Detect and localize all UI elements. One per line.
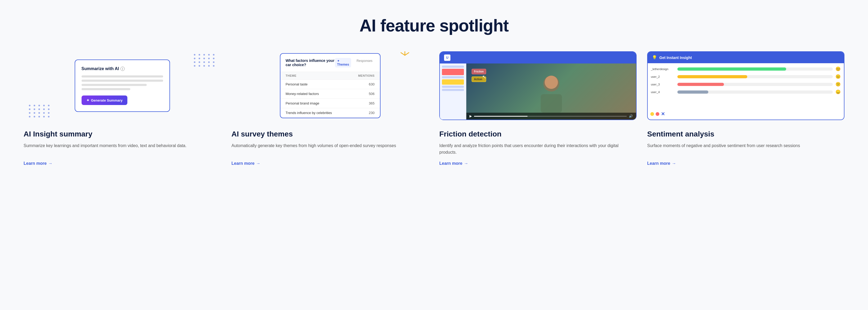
play-button[interactable]: ▶	[469, 114, 472, 118]
yellow-dot	[650, 112, 654, 116]
lightbulb-icon: 💡	[652, 55, 657, 60]
sentiment-user-2: user_2	[651, 75, 675, 78]
survey-themes-widget: What factors influence your car choice? …	[280, 53, 380, 118]
sentiment-header: 💡 Get Instant Insight	[648, 52, 844, 63]
x-decoration: ✕	[661, 111, 665, 117]
summary-lines	[82, 75, 163, 90]
sentiment-row-3: user_3 😕	[651, 82, 841, 87]
card-1-title: AI Insight summary	[24, 130, 221, 139]
arrow-icon: →	[48, 161, 53, 166]
themes-tab-icon: ✦	[337, 59, 339, 62]
sentiment-row-4: user_4 😞	[651, 90, 841, 95]
sentiment-emoji-2: 😐	[835, 74, 841, 79]
survey-data-table: Theme Mentions Personal taste 630 Money-…	[280, 72, 380, 118]
card-3-description: Identify and analyze friction points tha…	[439, 142, 637, 156]
sentiment-rows: _letherdesign 😊 user_2 😐	[648, 63, 844, 119]
tab-responses[interactable]: Responses	[354, 58, 374, 67]
card-4-learn-more[interactable]: Learn more →	[647, 161, 844, 166]
sentiment-bar-group-4	[677, 91, 833, 94]
progress-bar	[474, 116, 627, 117]
sentiment-bar-4	[677, 91, 708, 94]
card-1-description: Summarize key learnings and important mo…	[24, 142, 221, 156]
summarize-widget-title: Summarize with AI i	[82, 66, 163, 71]
survey-header: What factors influence your car choice? …	[280, 54, 380, 72]
sentiment-bar-group-2	[677, 75, 833, 78]
friction-header: U	[440, 52, 636, 64]
sidebar-item-3	[442, 86, 464, 88]
card-3-learn-more[interactable]: Learn more →	[439, 161, 637, 166]
card-1-learn-more[interactable]: Learn more →	[24, 161, 221, 166]
summarize-widget: Summarize with AI i ✦ Generate Summary	[75, 60, 170, 112]
video-controls[interactable]: ▶ 🔊	[466, 113, 636, 119]
card-1-illustration: Summarize with AI i ✦ Generate Summary	[24, 51, 221, 120]
svg-point-5	[545, 76, 558, 89]
dots-decoration-top	[194, 54, 216, 67]
page-title: AI feature spotlight	[359, 16, 508, 35]
survey-tabs[interactable]: ✦ Themes Responses	[335, 58, 374, 67]
sidebar-item-1	[442, 66, 464, 68]
friction-content: ↖ Friction Action ▶ 🔊	[440, 64, 636, 119]
svg-line-2	[405, 53, 409, 55]
sentiment-row-1: _letherdesign 😊	[651, 66, 841, 71]
card-2-learn-more[interactable]: Learn more →	[231, 161, 429, 166]
card-4-description: Surface moments of negative and positive…	[647, 142, 844, 156]
sentiment-widget: 💡 Get Instant Insight _letherdesign 😊 us…	[648, 52, 844, 119]
survey-row-4: Trends influence by celebrities 230	[280, 108, 380, 118]
volume-icon[interactable]: 🔊	[629, 114, 633, 118]
generate-summary-button[interactable]: ✦ Generate Summary	[82, 96, 127, 105]
summary-line-3	[82, 84, 147, 86]
sentiment-emoji-3: 😕	[835, 82, 841, 87]
card-4-title: Sentiment analysis	[647, 130, 844, 139]
sentiment-user-3: user_3	[651, 83, 675, 86]
dots-decoration-bottom	[29, 105, 51, 117]
sidebar-item-4	[442, 89, 464, 91]
friction-logo: U	[444, 55, 451, 61]
sparkle-icon: ✦	[86, 98, 90, 102]
red-dot	[656, 112, 659, 116]
survey-question: What factors influence your car choice?	[286, 59, 335, 67]
card-ai-survey-themes: What factors influence your car choice? …	[231, 51, 429, 166]
col-mentions: Mentions	[358, 74, 374, 77]
card-2-title: AI survey themes	[231, 130, 429, 139]
survey-row-3: Personal brand image 365	[280, 99, 380, 108]
friction-player-widget: U	[439, 51, 637, 120]
summary-line-4	[82, 88, 130, 90]
sentiment-bar-3	[677, 83, 724, 86]
sidebar-item-highlight2	[442, 79, 464, 84]
survey-table-header: Theme Mentions	[280, 72, 380, 80]
person-thumbnail	[466, 64, 636, 119]
card-2-illustration: What factors influence your car choice? …	[231, 51, 429, 120]
sentiment-bar-group-3	[677, 83, 833, 86]
spark-decoration	[397, 51, 413, 63]
sentiment-user-4: user_4	[651, 91, 675, 94]
sentiment-bar-group-1	[677, 67, 833, 71]
friction-sidebar	[440, 64, 466, 119]
sentiment-user-1: _letherdesign	[651, 67, 675, 71]
summary-line-2	[82, 80, 163, 82]
sentiment-emoji-1: 😊	[835, 66, 841, 71]
survey-row-1: Personal taste 630	[280, 80, 380, 89]
svg-rect-4	[541, 94, 562, 113]
card-2-description: Automatically generate key themes from h…	[231, 142, 429, 156]
sentiment-widget-title: Get Instant Insight	[659, 56, 692, 60]
col-theme: Theme	[286, 74, 297, 77]
tab-themes[interactable]: ✦ Themes	[335, 58, 351, 67]
cursor-icon: ↖	[482, 74, 486, 80]
survey-row-2: Money-related factors 506	[280, 89, 380, 99]
card-sentiment-analysis: 💡 Get Instant Insight _letherdesign 😊 us…	[647, 51, 844, 166]
info-icon: i	[121, 67, 125, 71]
friction-video-area: ↖ Friction Action ▶ 🔊	[466, 64, 636, 119]
card-3-title: Friction detection	[439, 130, 637, 139]
friction-box-1: Friction	[472, 69, 486, 74]
card-3-illustration: U	[439, 51, 637, 120]
sidebar-item-2	[442, 76, 464, 78]
sentiment-bar-2	[677, 75, 747, 78]
card-friction-detection: U	[439, 51, 637, 166]
svg-line-1	[401, 53, 405, 55]
arrow-icon-4: →	[672, 161, 676, 166]
feature-cards-container: Summarize with AI i ✦ Generate Summary	[24, 51, 844, 166]
arrow-icon-3: →	[464, 161, 468, 166]
sentiment-emoji-4: 😞	[835, 90, 841, 95]
sidebar-item-highlight	[442, 69, 464, 75]
card-ai-insight-summary: Summarize with AI i ✦ Generate Summary	[24, 51, 221, 166]
